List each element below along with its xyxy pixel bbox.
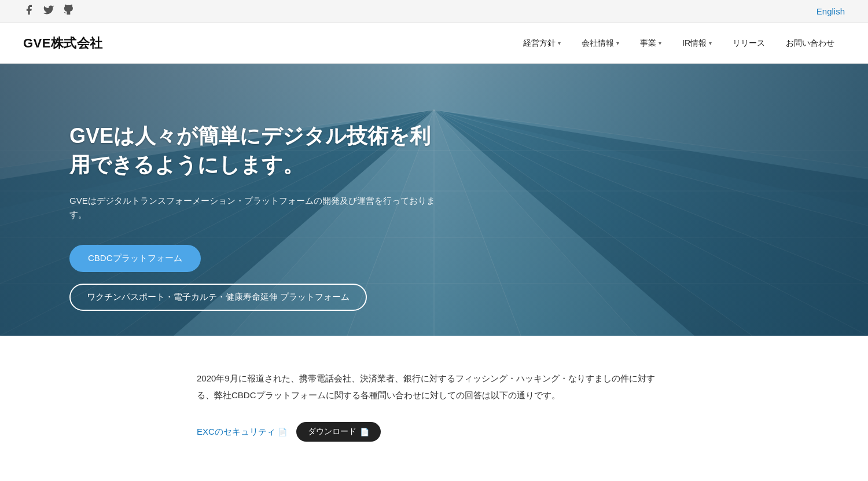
content-paragraph: 2020年9月に報道された、携帯電話会社、決済業者、銀行に対するフィッシング・ハ…	[197, 370, 671, 403]
nav-item-business[interactable]: 事業 ▾	[630, 23, 672, 64]
social-icons-group	[23, 4, 74, 19]
nav-item-company[interactable]: 会社情報 ▾	[571, 23, 630, 64]
company-logo[interactable]: GVE株式会社	[23, 35, 103, 52]
exc-security-link[interactable]: EXCのセキュリティ 📄	[197, 427, 287, 438]
twitter-icon[interactable]	[43, 4, 54, 19]
content-links: EXCのセキュリティ 📄 ダウンロード 📄	[197, 422, 671, 442]
chevron-down-icon: ▾	[709, 40, 712, 46]
nav-item-policy[interactable]: 経営方針 ▾	[513, 23, 571, 64]
github-icon[interactable]	[62, 4, 74, 19]
main-header: GVE株式会社 経営方針 ▾ 会社情報 ▾ 事業 ▾ IR情報 ▾ リリース お…	[0, 23, 868, 64]
nav-item-ir[interactable]: IR情報 ▾	[672, 23, 722, 64]
download-button[interactable]: ダウンロード 📄	[296, 422, 381, 442]
top-bar: English	[0, 0, 868, 23]
language-switch-link[interactable]: English	[816, 6, 845, 16]
hero-buttons: CBDCプラットフォーム ワクチンパスポート・電子カルテ・健康寿命延伸 プラット…	[69, 245, 451, 311]
chevron-down-icon: ▾	[659, 40, 661, 46]
vaccine-platform-button[interactable]: ワクチンパスポート・電子カルテ・健康寿命延伸 プラットフォーム	[69, 284, 367, 311]
hero-title: GVEは人々が簡単にデジタル技術を利用できるようにします。	[69, 122, 451, 180]
hero-section: GVEは人々が簡単にデジタル技術を利用できるようにします。 GVEはデジタルトラ…	[0, 64, 868, 336]
download-doc-icon: 📄	[360, 428, 369, 436]
chevron-down-icon: ▾	[558, 40, 561, 46]
cbdc-platform-button[interactable]: CBDCプラットフォーム	[69, 245, 201, 272]
document-icon: 📄	[278, 428, 287, 436]
main-nav: 経営方針 ▾ 会社情報 ▾ 事業 ▾ IR情報 ▾ リリース お問い合わせ	[513, 23, 845, 64]
content-section: 2020年9月に報道された、携帯電話会社、決済業者、銀行に対するフィッシング・ハ…	[174, 336, 694, 465]
facebook-icon[interactable]	[23, 4, 35, 19]
nav-item-contact[interactable]: お問い合わせ	[775, 23, 845, 64]
chevron-down-icon: ▾	[616, 40, 619, 46]
nav-item-release[interactable]: リリース	[722, 23, 775, 64]
hero-subtitle: GVEはデジタルトランスフォーメーション・プラットフォームの開発及び運営を行って…	[69, 194, 451, 222]
hero-content: GVEは人々が簡単にデジタル技術を利用できるようにします。 GVEはデジタルトラ…	[0, 64, 521, 336]
